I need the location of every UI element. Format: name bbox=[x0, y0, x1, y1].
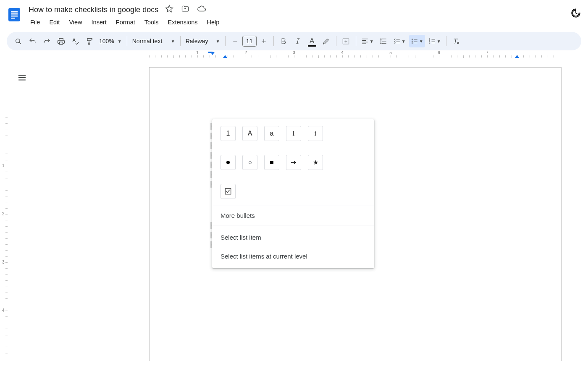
bullet-row: ★ bbox=[212, 148, 374, 177]
separator bbox=[225, 36, 226, 46]
chevron-down-icon: ▼ bbox=[437, 39, 441, 44]
header-main: How to make checklists in google docs Fi… bbox=[27, 3, 565, 29]
font-size-group bbox=[229, 35, 270, 47]
print-icon[interactable] bbox=[55, 35, 67, 47]
numbering-option-1[interactable]: 1 bbox=[220, 126, 236, 141]
svg-rect-3 bbox=[11, 16, 18, 17]
document-outline-icon[interactable] bbox=[18, 73, 27, 84]
paragraph-style-select[interactable]: Normal text▼ bbox=[131, 38, 177, 44]
chevron-down-icon: ▼ bbox=[402, 39, 406, 44]
undo-icon[interactable] bbox=[26, 35, 39, 47]
checklist-icon[interactable]: ▼ bbox=[391, 35, 407, 47]
bullet-option-arrow[interactable] bbox=[286, 155, 301, 170]
increase-font-icon[interactable] bbox=[257, 35, 270, 47]
bullet-format-popup: 1 A a I i ★ More bullets Select list ite… bbox=[212, 119, 374, 268]
numbering-option-i[interactable]: i bbox=[308, 126, 323, 141]
svg-rect-0 bbox=[8, 8, 20, 21]
app-header: How to make checklists in google docs Fi… bbox=[0, 0, 588, 29]
document-title[interactable]: How to make checklists in google docs bbox=[27, 5, 160, 15]
right-indent-marker[interactable] bbox=[515, 55, 519, 58]
search-icon[interactable] bbox=[12, 35, 24, 47]
numbering-option-I[interactable]: I bbox=[286, 126, 301, 141]
separator bbox=[356, 36, 356, 46]
title-row: How to make checklists in google docs bbox=[27, 3, 565, 16]
first-line-indent-marker[interactable] bbox=[210, 52, 215, 55]
checkbox-row bbox=[212, 177, 374, 206]
svg-point-10 bbox=[412, 42, 413, 44]
horizontal-ruler[interactable]: 1234567 bbox=[0, 51, 588, 59]
svg-point-8 bbox=[412, 39, 413, 40]
chevron-down-icon: ▼ bbox=[216, 39, 220, 44]
italic-icon[interactable] bbox=[291, 35, 304, 47]
vertical-ruler[interactable]: 1234 bbox=[1, 59, 8, 361]
menu-format[interactable]: Format bbox=[113, 17, 139, 27]
chevron-down-icon: ▼ bbox=[419, 39, 423, 44]
move-icon[interactable] bbox=[181, 5, 189, 15]
canvas-area: 1234 Make 1 A a I i bbox=[0, 59, 588, 361]
bullet-option-square[interactable] bbox=[264, 155, 279, 170]
bulleted-list-icon[interactable]: ▼ bbox=[409, 35, 425, 47]
clear-formatting-icon[interactable] bbox=[450, 35, 462, 47]
left-indent-marker[interactable] bbox=[223, 55, 227, 58]
select-list-item[interactable]: Select list item bbox=[212, 228, 374, 247]
separator bbox=[446, 36, 446, 46]
underline-icon[interactable]: A bbox=[306, 35, 318, 47]
bullet-option-disc[interactable] bbox=[220, 155, 236, 170]
svg-rect-1 bbox=[11, 11, 18, 13]
svg-point-9 bbox=[412, 41, 413, 42]
numbered-list-icon[interactable]: 123▼ bbox=[427, 35, 443, 47]
numbering-option-A[interactable]: A bbox=[242, 126, 257, 141]
spellcheck-icon[interactable] bbox=[69, 35, 81, 47]
docs-logo[interactable] bbox=[7, 3, 22, 24]
menu-insert[interactable]: Insert bbox=[88, 17, 110, 27]
star-icon[interactable] bbox=[165, 5, 173, 15]
menu-tools[interactable]: Tools bbox=[141, 17, 162, 27]
redo-icon[interactable] bbox=[40, 35, 53, 47]
svg-point-5 bbox=[16, 39, 20, 43]
chevron-down-icon: ▼ bbox=[171, 39, 175, 44]
cloud-status-icon[interactable] bbox=[197, 4, 206, 15]
menu-edit[interactable]: Edit bbox=[46, 17, 63, 27]
separator bbox=[336, 36, 336, 46]
paint-format-icon[interactable] bbox=[83, 35, 96, 47]
svg-rect-6 bbox=[59, 42, 63, 44]
chevron-down-icon: ▼ bbox=[118, 39, 122, 44]
separator bbox=[273, 36, 274, 46]
bullet-option-star[interactable]: ★ bbox=[308, 155, 323, 170]
numbering-row: 1 A a I i bbox=[212, 119, 374, 148]
numbering-option-a[interactable]: a bbox=[264, 126, 279, 141]
chevron-down-icon: ▼ bbox=[370, 39, 374, 44]
font-size-input[interactable] bbox=[242, 36, 257, 47]
header-right bbox=[570, 3, 581, 20]
zoom-select[interactable]: 100%▼ bbox=[97, 38, 123, 44]
svg-point-16 bbox=[18, 79, 19, 80]
menu-extensions[interactable]: Extensions bbox=[165, 17, 201, 27]
separator bbox=[180, 36, 181, 46]
menu-bar: File Edit View Insert Format Tools Exten… bbox=[27, 16, 565, 29]
svg-text:3: 3 bbox=[429, 42, 430, 44]
toolbar: 100%▼ Normal text▼ Raleway▼ A ▼ ▼ ▼ 123▼ bbox=[7, 32, 581, 50]
decrease-font-icon[interactable] bbox=[229, 35, 242, 47]
align-icon[interactable]: ▼ bbox=[360, 35, 375, 47]
title-icons bbox=[165, 4, 206, 15]
svg-rect-4 bbox=[11, 18, 15, 19]
insert-image-icon[interactable] bbox=[340, 35, 352, 47]
separator bbox=[127, 36, 127, 46]
more-bullets-item[interactable]: More bullets bbox=[212, 206, 374, 225]
svg-rect-2 bbox=[11, 13, 18, 15]
svg-point-15 bbox=[18, 77, 19, 78]
highlight-icon[interactable] bbox=[320, 35, 333, 47]
menu-file[interactable]: File bbox=[27, 17, 43, 27]
select-list-items-level[interactable]: Select list items at current level bbox=[212, 247, 374, 266]
line-spacing-icon[interactable] bbox=[377, 35, 390, 47]
bullet-option-circle[interactable] bbox=[242, 155, 257, 170]
bold-icon[interactable] bbox=[277, 35, 290, 47]
font-select[interactable]: Raleway▼ bbox=[184, 38, 222, 44]
bullet-option-checkbox[interactable] bbox=[220, 184, 236, 199]
version-history-icon[interactable] bbox=[570, 8, 581, 20]
menu-view[interactable]: View bbox=[66, 17, 85, 27]
svg-point-14 bbox=[18, 75, 19, 76]
menu-help[interactable]: Help bbox=[204, 17, 223, 27]
